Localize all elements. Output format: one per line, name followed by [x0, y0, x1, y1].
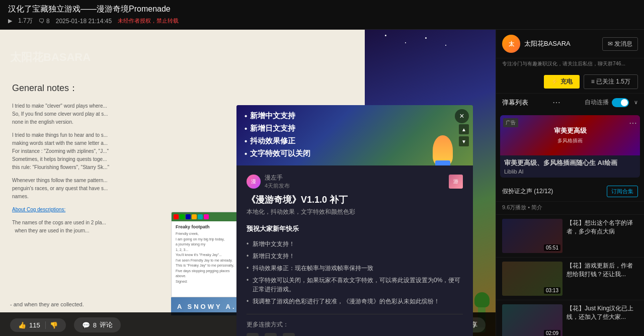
- patch-list: 新增中文支持！ 新增日文支持！ 抖动效果修正：现在帧率与游戏帧率保持一致 文字特…: [247, 239, 463, 306]
- card-body: Friendly creek, I am going on my big tri…: [176, 231, 237, 284]
- video-thumb: 02:09: [502, 304, 562, 336]
- bullet-options-button[interactable]: ⋯: [552, 98, 560, 107]
- patch-date: 4天前发布: [265, 182, 290, 190]
- small-card: Freaky footpath Friendly creek, I am goi…: [171, 212, 242, 297]
- ad-card: 审美更高级 多风格插画 广告 ⋯ 审美更高级、多风格插画随心生 AI绘画 Lib…: [500, 115, 640, 178]
- message-button[interactable]: ✉ 发消息: [602, 37, 638, 51]
- new-year-wish: 预祝大家新年快乐: [247, 224, 463, 233]
- general-notes-heading: General notes：: [12, 82, 353, 94]
- expand-icon: ∨: [634, 99, 638, 106]
- copyright-notice: 未经作者授权，禁止转载: [118, 17, 179, 25]
- twitter-icon[interactable]: 𝕏: [247, 333, 259, 336]
- watermark-text: 太阳花BASARA: [10, 50, 91, 65]
- like-count: 115: [29, 321, 40, 329]
- feature-banner: 新增中文支持 新增日文支持 抖动效果修正 文字特效可以关闭 ×: [236, 105, 473, 165]
- ad-subtitle: Liblib AI: [504, 169, 636, 175]
- sidebar-username: 太阳花BASARA: [524, 39, 571, 48]
- like-button[interactable]: 👍 115 👎: [10, 318, 66, 332]
- video-item-title: 【花】Just King汉化已上线，还加入了些大家...: [567, 304, 638, 321]
- video-item-info: 【花】游戏更新后，作者想给我打钱？还让我...: [567, 262, 638, 296]
- upload-date: 2025-01-18 21:14:45: [56, 18, 112, 25]
- ad-more-button[interactable]: ⋯: [629, 118, 637, 128]
- play-icon: ▶: [8, 18, 12, 24]
- like-icon: 👍: [18, 321, 26, 329]
- subscription-row: 假扮证之声 (12/12) 订阅合集: [496, 182, 644, 202]
- video-item-info: 【花】Just King汉化已上线，还加入了些大家...: [567, 304, 638, 336]
- social-label: 更多连接方式：: [247, 320, 463, 329]
- comment-label: 评论: [100, 320, 113, 329]
- ad-image: 审美更高级 多风格插画: [500, 115, 640, 155]
- sidebar-user-info: 太 太阳花BASARA: [502, 35, 598, 53]
- right-sidebar: 太 太阳花BASARA ✉ 发消息 专注冷门与有趣兼职汉化，请关注后私信，聊天群…: [496, 30, 644, 336]
- bottom-collected-text: - and when they are collected.: [10, 301, 84, 307]
- video-list: 05:51 【花】想出这个名字的译者，多少有点大病 03:13 【花】游戏更新后…: [496, 215, 644, 336]
- subscription-meta: 9.6万播放 • 简介: [496, 202, 644, 215]
- auto-connect-label: 自动连播: [585, 98, 609, 107]
- sidebar-user-header: 太 太阳花BASARA ✉ 发消息: [496, 30, 644, 58]
- charge-button[interactable]: ⚡ 充电: [544, 75, 579, 89]
- youtube-icon[interactable]: ▶: [265, 333, 277, 336]
- like-separator: 👎: [45, 321, 58, 329]
- patch-title: 《漫游奇境》V1.1.0 补丁: [247, 194, 463, 206]
- patch-list-item: 文字特效可以关闭，如果玩家不喜欢文字特效，可以将此设置设置为0%，便可正常进行游…: [247, 276, 463, 294]
- ad-badge: 广告: [503, 118, 518, 127]
- feature-item-4: 文字特效可以关闭: [245, 149, 465, 158]
- video-list-item[interactable]: 05:51 【花】想出这个名字的译者，多少有点大病: [496, 215, 644, 258]
- follow-button[interactable]: ≡ 已关注 1.5万: [584, 74, 638, 89]
- patch-info-panel: 漫 漫左手 4天前发布 游 《漫游奇境》V1.1.0 补丁 本地化，抖动效果，文…: [236, 165, 473, 336]
- comment-button[interactable]: 💬 8 评论: [74, 317, 121, 332]
- patch-list-item: 我调整了游戏的色彩进行了校准，《漫游奇境》的色彩从未如此缤纷！: [247, 297, 463, 306]
- ad-title: 审美更高级、多风格插画随心生 AI绘画: [504, 158, 636, 167]
- patch-author-row: 漫 漫左手 4天前发布 游: [247, 174, 463, 190]
- video-duration: 03:13: [544, 287, 560, 294]
- view-count: 1.7万: [18, 17, 33, 25]
- patch-list-item: 抖动效果修正：现在帧率与游戏帧率保持一致: [247, 264, 463, 273]
- modal-close-button[interactable]: ×: [455, 109, 469, 123]
- feature-item-2: 新增日文支持: [245, 124, 465, 133]
- bullet-panel-header: 弹幕列表 ⋯ 自动连播 ∨: [496, 94, 644, 111]
- video-thumb: 03:13: [502, 262, 562, 296]
- video-list-item[interactable]: 02:09 【花】Just King汉化已上线，还加入了些大家...: [496, 300, 644, 336]
- auto-connect-toggle[interactable]: [612, 98, 629, 107]
- header-meta: ▶ 1.7万 🗨 8 2025-01-18 21:14:45 未经作者授权，禁止…: [8, 17, 636, 25]
- charge-follow-area: ⚡ 充电 ≡ 已关注 1.5万: [496, 70, 644, 94]
- patch-list-item: 新增日文支持！: [247, 251, 463, 261]
- video-area: 太阳花BASARA General notes： I tried to make…: [0, 30, 496, 336]
- feature-item-3: 抖动效果修正: [245, 136, 465, 146]
- patch-modal: 新增中文支持 新增日文支持 抖动效果修正 文字特效可以关闭 ×: [236, 105, 473, 336]
- social-section: 更多连接方式： 𝕏 ▶ ◉: [247, 314, 463, 336]
- snowy-text: A SNOWY A...: [177, 303, 244, 310]
- subscribe-button[interactable]: 订阅合集: [607, 186, 638, 197]
- feature-item-1: 新增中文支持: [245, 111, 465, 121]
- discord-icon[interactable]: ◉: [283, 333, 295, 336]
- auto-connect-area: 自动连播 ∨: [585, 98, 638, 107]
- video-item-info: 【花】想出这个名字的译者，多少有点大病: [567, 219, 638, 253]
- page-title: 汉化了宝藏独立游戏——漫游奇境Promenade: [8, 4, 636, 15]
- video-duration: 02:09: [544, 330, 560, 336]
- bullet-title: 弹幕列表: [502, 98, 528, 107]
- sidebar-user-avatar: 太: [502, 35, 520, 53]
- sidebar-user-followers: 专注冷门与有趣兼职汉化，请关注后私信，聊天群746...: [496, 58, 644, 70]
- video-item-title: 【花】想出这个名字的译者，多少有点大病: [567, 219, 638, 236]
- video-thumb: 05:51: [502, 219, 562, 253]
- patch-author-name: 漫左手: [265, 174, 290, 182]
- video-item-title: 【花】游戏更新后，作者想给我打钱？还让我...: [567, 262, 638, 279]
- video-duration: 05:51: [544, 244, 560, 251]
- ad-text: 审美更高级、多风格插画随心生 AI绘画 Liblib AI: [500, 155, 640, 178]
- page-header: 汉化了宝藏独立游戏——漫游奇境Promenade ▶ 1.7万 🗨 8 2025…: [0, 0, 644, 30]
- patch-list-item: 新增中文支持！: [247, 239, 463, 248]
- patch-author-avatar: 漫: [247, 175, 261, 189]
- patch-subtitle: 本地化，抖动效果，文字特效和颜然色彩: [247, 208, 463, 216]
- subscription-label: 假扮证之声 (12/12): [502, 187, 553, 196]
- video-list-item[interactable]: 03:13 【花】游戏更新后，作者想给我打钱？还让我...: [496, 258, 644, 300]
- comment-icon: 💬: [82, 321, 90, 329]
- patch-author-icon: 游: [449, 175, 463, 189]
- comment-count: 8: [93, 321, 97, 329]
- card-title: Freaky footpath: [176, 224, 237, 229]
- social-icons-row: 𝕏 ▶ ◉: [247, 333, 463, 336]
- comment-count-header: 🗨 8: [39, 18, 50, 25]
